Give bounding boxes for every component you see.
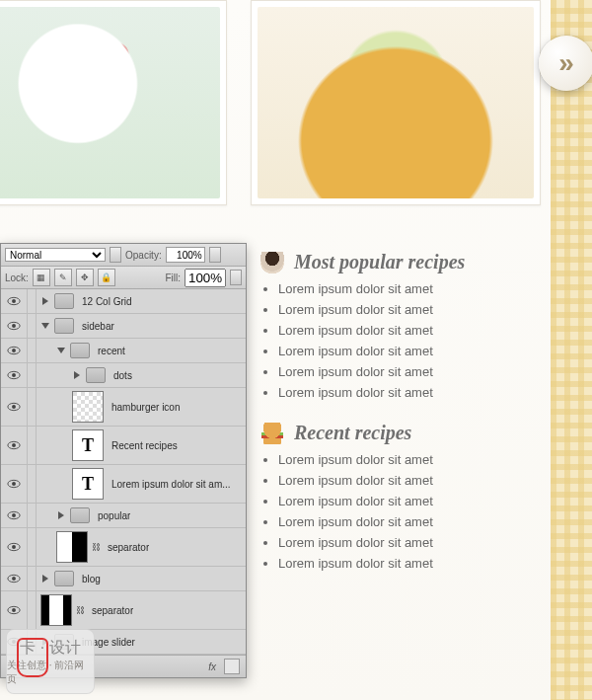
layer-name[interactable]: sidebar	[78, 321, 114, 332]
fill-stepper[interactable]	[230, 270, 242, 285]
blend-mode-stepper[interactable]	[110, 247, 121, 263]
list-item[interactable]: Lorem ipsum dolor sit amet	[278, 385, 541, 400]
list-item[interactable]: Lorem ipsum dolor sit amet	[278, 344, 541, 358]
visibility-toggle[interactable]	[1, 314, 28, 338]
visibility-toggle[interactable]	[1, 528, 28, 566]
list-item[interactable]: Lorem ipsum dolor sit amet	[278, 302, 541, 317]
disclosure-triangle-icon[interactable]	[56, 510, 66, 520]
section-header: Recent recipes	[259, 422, 541, 444]
list-item[interactable]: Lorem ipsum dolor sit amet	[278, 535, 541, 550]
svg-point-17	[12, 545, 16, 549]
carousel-slide[interactable]	[251, 0, 541, 205]
layer-row[interactable]: sidebar	[1, 314, 246, 339]
list-item[interactable]: Lorem ipsum dolor sit amet	[278, 556, 541, 571]
lock-image-button[interactable]: ✎	[54, 269, 72, 286]
layer-select-gutter	[28, 528, 37, 566]
svg-point-9	[12, 405, 16, 409]
disclosure-triangle-icon[interactable]	[40, 574, 50, 583]
visibility-toggle[interactable]	[1, 363, 28, 387]
visibility-toggle[interactable]	[1, 388, 28, 426]
visibility-toggle[interactable]	[1, 465, 28, 503]
disclosure-triangle-icon[interactable]	[40, 321, 50, 331]
watermark: 卡 · 设计 关注创意 · 前沿网页	[6, 629, 95, 694]
carousel-slide[interactable]	[0, 0, 227, 205]
layer-row[interactable]: hamburger icon	[1, 388, 246, 427]
folder-icon	[54, 318, 74, 334]
fill-input[interactable]	[185, 269, 226, 287]
layer-select-gutter	[28, 427, 37, 464]
layer-row[interactable]: TRecent recipes	[1, 427, 246, 465]
fill-label: Fill:	[165, 272, 181, 283]
list-item[interactable]: Lorem ipsum dolor sit amet	[278, 514, 541, 529]
svg-point-15	[12, 513, 16, 517]
layer-row[interactable]: ⛓separator	[1, 591, 246, 630]
list-item[interactable]: Lorem ipsum dolor sit amet	[278, 494, 541, 508]
list-item[interactable]: Lorem ipsum dolor sit amet	[278, 281, 541, 296]
layer-select-gutter	[28, 465, 37, 503]
layer-name[interactable]: blog	[78, 574, 101, 584]
section-header: Most popular recipes	[259, 251, 541, 273]
layer-name[interactable]: recent	[94, 346, 125, 356]
folder-icon	[70, 507, 90, 523]
layer-row[interactable]: recent	[1, 339, 246, 363]
layer-row[interactable]: TLorem ipsum dolor sit am...	[1, 465, 246, 504]
layer-thumbnail: T	[72, 429, 104, 461]
layer-row[interactable]: ⛓separator	[1, 528, 246, 567]
visibility-toggle[interactable]	[1, 289, 28, 313]
layer-name[interactable]: 12 Col Grid	[78, 296, 132, 307]
lock-transparency-button[interactable]: ▦	[33, 269, 50, 286]
layer-footer-icon[interactable]	[224, 659, 240, 674]
layer-name[interactable]: separator	[88, 605, 133, 616]
svg-point-5	[12, 349, 16, 352]
svg-point-21	[12, 608, 16, 612]
layer-name[interactable]: Lorem ipsum dolor sit am...	[108, 479, 231, 490]
layer-name[interactable]: popular	[94, 510, 130, 521]
layer-name[interactable]: separator	[104, 542, 149, 553]
layer-select-gutter	[28, 567, 37, 590]
lock-all-button[interactable]: 🔒	[98, 269, 115, 286]
visibility-toggle[interactable]	[1, 427, 28, 464]
visibility-toggle[interactable]	[1, 567, 28, 590]
folder-icon	[54, 571, 74, 586]
coffee-cup-icon	[259, 252, 286, 273]
layer-select-gutter	[28, 289, 37, 313]
carousel-next-button[interactable]: »	[539, 36, 592, 91]
layer-row[interactable]: popular	[1, 504, 246, 528]
visibility-toggle[interactable]	[1, 339, 28, 362]
layer-name[interactable]: dots	[110, 370, 132, 381]
layer-row[interactable]: blog	[1, 567, 246, 591]
layer-select-gutter	[28, 363, 37, 387]
list-item[interactable]: Lorem ipsum dolor sit amet	[278, 364, 541, 379]
opacity-input[interactable]	[166, 247, 205, 263]
list-item[interactable]: Lorem ipsum dolor sit amet	[278, 473, 541, 488]
visibility-toggle[interactable]	[1, 504, 28, 527]
list-item[interactable]: Lorem ipsum dolor sit amet	[278, 452, 541, 467]
folder-icon	[70, 343, 90, 358]
folder-icon	[86, 367, 106, 383]
folder-icon	[54, 293, 74, 309]
layer-thumbnail	[56, 531, 88, 563]
carousel	[0, 0, 551, 212]
svg-point-19	[12, 577, 16, 581]
layer-thumbnail	[40, 594, 72, 626]
disclosure-triangle-icon[interactable]	[72, 370, 82, 380]
svg-point-7	[12, 373, 16, 377]
photoshop-layers-panel: Normal Opacity: Lock: ▦ ✎ ✥ 🔒 Fill: 12 C…	[0, 243, 247, 678]
layer-name[interactable]: Recent recipes	[108, 440, 178, 451]
disclosure-triangle-icon[interactable]	[56, 346, 66, 355]
layer-row[interactable]: 12 Col Grid	[1, 289, 246, 314]
section-title: Most popular recipes	[294, 251, 465, 273]
food-photo	[0, 7, 220, 198]
layer-select-gutter	[28, 314, 37, 338]
layer-row[interactable]: dots	[1, 363, 246, 388]
lock-position-button[interactable]: ✥	[76, 269, 94, 286]
layer-name[interactable]: hamburger icon	[108, 402, 180, 413]
disclosure-triangle-icon[interactable]	[40, 296, 50, 306]
layer-select-gutter	[28, 591, 37, 629]
blend-mode-select[interactable]: Normal	[5, 248, 106, 262]
list-item[interactable]: Lorem ipsum dolor sit amet	[278, 323, 541, 338]
visibility-toggle[interactable]	[1, 591, 28, 629]
layer-fx-label[interactable]: fx	[208, 661, 216, 672]
opacity-stepper[interactable]	[209, 247, 221, 263]
svg-point-13	[12, 482, 16, 486]
